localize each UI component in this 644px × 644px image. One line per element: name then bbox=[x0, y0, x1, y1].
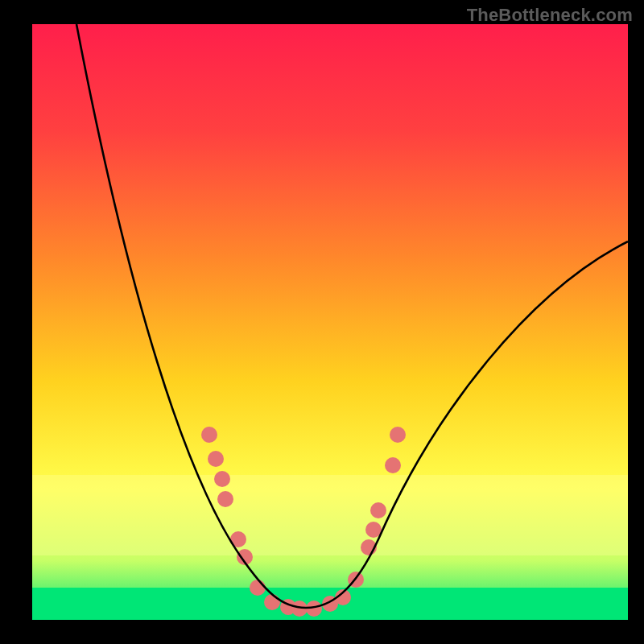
data-point bbox=[217, 491, 233, 507]
data-point bbox=[214, 471, 230, 487]
data-point bbox=[250, 580, 266, 596]
data-point bbox=[390, 427, 406, 443]
data-point bbox=[264, 594, 280, 610]
plot-area bbox=[32, 24, 628, 620]
data-point bbox=[208, 451, 224, 467]
data-point bbox=[370, 502, 386, 518]
yellow-haze bbox=[32, 475, 628, 555]
data-point bbox=[201, 427, 217, 443]
chart-frame: TheBottleneck.com bbox=[0, 0, 644, 644]
watermark-label: TheBottleneck.com bbox=[467, 5, 633, 26]
background-gradient bbox=[32, 24, 628, 620]
data-point bbox=[385, 457, 401, 473]
